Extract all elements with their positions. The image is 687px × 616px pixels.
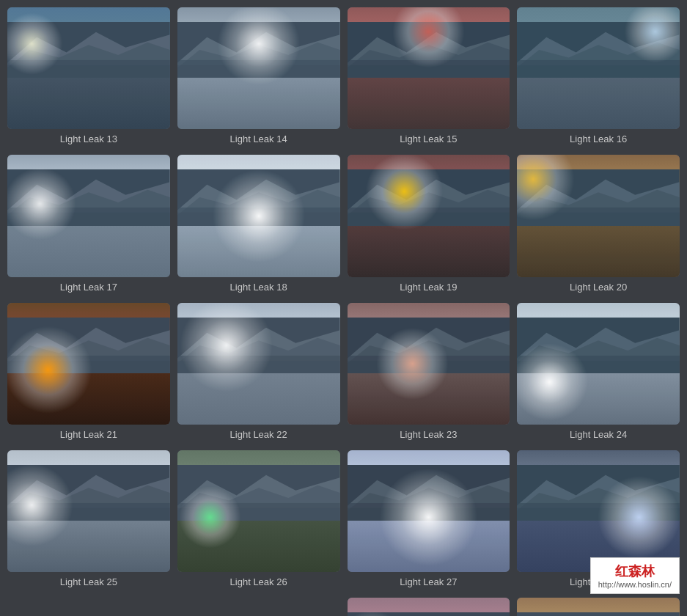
label-26: Light Leak 26 [230,576,287,587]
grid-item-26[interactable]: Light Leak 26 [177,450,340,590]
grid-item-30[interactable]: Light Leak 30 [517,598,680,616]
label-20: Light Leak 20 [570,282,627,293]
grid-spacer-1 [7,598,170,616]
thumbnail-15[interactable] [348,7,510,129]
label-23: Light Leak 23 [400,429,457,440]
thumbnail-29[interactable] [348,598,510,616]
label-25: Light Leak 25 [60,576,117,587]
thumbnail-22[interactable] [177,303,340,425]
label-21: Light Leak 21 [60,429,117,440]
thumbnail-17[interactable] [7,155,170,276]
label-17: Light Leak 17 [60,282,117,293]
label-13: Light Leak 13 [60,133,117,144]
label-14: Light Leak 14 [230,133,287,144]
thumbnail-16[interactable] [517,7,680,129]
grid-item-21[interactable]: Light Leak 21 [7,303,170,443]
thumbnail-23[interactable] [348,303,510,425]
grid-item-15[interactable]: Light Leak 15 [348,7,510,147]
grid-spacer-2 [177,598,340,616]
grid-item-29[interactable]: Light Leak 29 [348,598,510,616]
label-16: Light Leak 16 [570,133,627,144]
grid-item-18[interactable]: Light Leak 18 [177,155,340,295]
thumbnail-19[interactable] [348,155,510,276]
thumbnail-28[interactable] [517,450,680,572]
grid-item-22[interactable]: Light Leak 22 [177,303,340,443]
grid-item-24[interactable]: Light Leak 24 [517,303,680,443]
thumbnail-grid: Light Leak 13 Light Leak 14 Light Leak 1… [7,7,680,616]
grid-item-27[interactable]: Light Leak 27 [348,450,510,590]
thumbnail-30[interactable] [517,598,680,616]
watermark-url: http://www.hoslin.cn/ [598,580,672,589]
label-15: Light Leak 15 [400,133,457,144]
grid-item-17[interactable]: Light Leak 17 [7,155,170,295]
grid-item-14[interactable]: Light Leak 14 [177,7,340,147]
thumbnail-27[interactable] [348,450,510,572]
thumbnail-24[interactable] [517,303,680,425]
watermark-title: 红森林 [598,562,672,580]
watermark: 红森林 http://www.hoslin.cn/ [590,557,680,594]
grid-item-20[interactable]: Light Leak 20 [517,155,680,295]
grid-item-19[interactable]: Light Leak 19 [348,155,510,295]
grid-item-16[interactable]: Light Leak 16 [517,7,680,147]
label-27: Light Leak 27 [400,576,457,587]
thumbnail-13[interactable] [7,7,170,129]
thumbnail-14[interactable] [177,7,340,129]
grid-item-23[interactable]: Light Leak 23 [348,303,510,443]
thumbnail-20[interactable] [517,155,680,276]
thumbnail-18[interactable] [177,155,340,276]
label-19: Light Leak 19 [400,282,457,293]
thumbnail-21[interactable] [7,303,170,425]
thumbnail-26[interactable] [177,450,340,572]
grid-item-13[interactable]: Light Leak 13 [7,7,170,147]
label-24: Light Leak 24 [570,429,627,440]
label-18: Light Leak 18 [230,282,287,293]
thumbnail-25[interactable] [7,450,170,572]
label-22: Light Leak 22 [230,429,287,440]
grid-item-25[interactable]: Light Leak 25 [7,450,170,590]
